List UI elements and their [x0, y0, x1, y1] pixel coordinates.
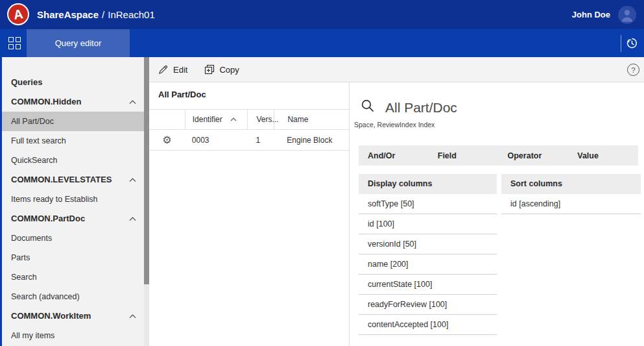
chevron-up-icon	[129, 178, 136, 182]
top-bar: A ShareAspace / InReach01 John Doe	[0, 0, 644, 29]
sort-columns-section: Sort columns id [ascending]	[501, 174, 641, 335]
group-label: COMMON.PartDoc	[11, 209, 85, 229]
display-column-item: readyForReview [100]	[359, 295, 497, 315]
sidebar-group-common-levelstates[interactable]: COMMON.LEVELSTATES	[2, 170, 144, 190]
history-icon[interactable]	[625, 36, 639, 50]
row-identifier: 0003	[185, 136, 248, 145]
queries-sidebar: Queries COMMON.Hidden All Part/Doc Full …	[2, 57, 149, 346]
sidebar-item-label: All Part/Doc	[11, 112, 54, 131]
row-version: 1	[247, 136, 274, 145]
identifier-column-header[interactable]: Identifier	[185, 109, 248, 130]
sort-columns-header: Sort columns	[501, 174, 641, 194]
logo-letter: A	[12, 7, 23, 21]
row-name: Engine Block	[274, 136, 349, 145]
sidebar-item-all-my-items[interactable]: All my items	[2, 326, 144, 345]
edit-label: Edit	[173, 65, 187, 75]
query-title: All Part/Doc	[385, 100, 457, 116]
sort-column-item: id [ascending]	[501, 194, 641, 214]
query-definition-panel: All Part/Doc Space, ReviewIndex Index An…	[350, 82, 644, 346]
chevron-up-icon	[129, 314, 136, 319]
sidebar-item-documents[interactable]: Documents	[2, 229, 144, 248]
breadcrumb: ShareAspace / InReach01	[37, 0, 155, 29]
results-title: All Part/Doc	[149, 82, 349, 109]
sidebar-item-label: Parts	[11, 248, 30, 267]
copy-button[interactable]: Copy	[204, 64, 239, 75]
sidebar-item-label: QuickSearch	[11, 151, 58, 170]
sidebar-scrollbar[interactable]	[144, 57, 149, 346]
sidebar-title: Queries	[2, 73, 144, 92]
avatar[interactable]	[618, 6, 636, 24]
table-row[interactable]: ⚙ 0003 1 Engine Block	[149, 130, 349, 151]
sidebar-group-common-workitem[interactable]: COMMON.WorkItem	[2, 306, 144, 326]
help-glyph: ?	[631, 66, 635, 74]
help-icon[interactable]: ?	[627, 64, 639, 76]
user-name[interactable]: John Doe	[572, 10, 610, 19]
nav-bar: Query editor	[0, 29, 644, 57]
sidebar-item-label: Documents	[11, 229, 52, 248]
field-column-label: Field	[429, 151, 499, 160]
name-column-header[interactable]: Name	[274, 109, 349, 130]
breadcrumb-separator: /	[102, 9, 104, 20]
sidebar-item-quicksearch[interactable]: QuickSearch	[2, 151, 144, 170]
sort-ascending-icon	[230, 117, 237, 121]
tab-label: Query editor	[55, 38, 102, 48]
sidebar-item-label: Search	[11, 267, 37, 287]
value-column-label: Value	[568, 151, 638, 160]
gear-icon[interactable]: ⚙	[162, 135, 171, 145]
copy-label: Copy	[219, 65, 239, 75]
sidebar-item-full-text-search[interactable]: Full text search	[2, 131, 144, 151]
sidebar-group-common-partdoc[interactable]: COMMON.PartDoc	[2, 209, 144, 229]
display-column-item: name [200]	[359, 254, 497, 275]
display-column-item: id [100]	[359, 214, 497, 234]
group-label: COMMON.WorkItem	[11, 306, 91, 326]
display-columns-header: Display columns	[359, 174, 497, 194]
sidebar-item-search-advanced[interactable]: Search (advanced)	[2, 287, 144, 306]
user-area: John Doe	[572, 0, 636, 29]
condition-table-header: And/Or Field Operator Value	[359, 145, 638, 166]
space-name: InReach01	[108, 9, 155, 20]
sidebar-group-common-hidden[interactable]: COMMON.Hidden	[2, 92, 144, 112]
nav-separator	[621, 35, 621, 52]
main-toolbar: Edit Copy ?	[149, 57, 644, 82]
group-label: COMMON.LEVELSTATES	[11, 170, 112, 190]
name-column-label: Name	[287, 115, 308, 124]
shareaspace-logo-icon[interactable]: A	[7, 3, 29, 25]
sidebar-item-items-ready-to-establish[interactable]: Items ready to Establish	[2, 190, 144, 209]
display-column-item: versionId [50]	[359, 234, 497, 254]
sidebar-item-parts[interactable]: Parts	[2, 248, 144, 267]
chevron-up-icon	[129, 100, 136, 105]
tab-query-editor[interactable]: Query editor	[27, 29, 130, 57]
edit-button[interactable]: Edit	[158, 64, 187, 75]
logo-circle: A	[8, 5, 28, 24]
sidebar-item-search[interactable]: Search	[2, 267, 144, 287]
display-column-item: contentAccepted [100]	[359, 315, 497, 335]
sidebar-item-label: Full text search	[11, 131, 66, 151]
sidebar-item-label: Items ready to Establish	[11, 190, 97, 209]
chevron-up-icon	[129, 217, 136, 221]
apps-grid-icon[interactable]	[8, 37, 21, 49]
andor-column-label: And/Or	[359, 151, 429, 160]
display-column-item: softType [50]	[359, 194, 497, 214]
query-subtitle: Space, ReviewIndex Index	[354, 121, 435, 129]
copy-icon	[204, 64, 215, 75]
brand-name: ShareAspace	[37, 9, 99, 20]
sidebar-item-label: All my items	[11, 326, 54, 345]
display-column-item: currentState [100]	[359, 275, 497, 295]
sidebar-item-label: Search (advanced)	[11, 287, 80, 306]
person-icon	[618, 6, 636, 24]
pencil-icon	[158, 64, 169, 75]
results-table-header: Identifier Vers... Name	[149, 109, 349, 130]
operator-column-label: Operator	[499, 151, 569, 160]
scrollbar-thumb[interactable]	[144, 57, 149, 284]
search-icon	[361, 99, 375, 113]
sidebar-item-all-part-doc[interactable]: All Part/Doc	[2, 112, 144, 131]
results-panel: All Part/Doc Identifier Vers... Name ⚙ 0…	[149, 82, 350, 346]
group-label: COMMON.Hidden	[11, 92, 81, 112]
identifier-column-label: Identifier	[193, 115, 222, 124]
display-columns-section: Display columns softType [50] id [100] v…	[359, 174, 497, 335]
version-column-header[interactable]: Vers...	[247, 109, 274, 130]
